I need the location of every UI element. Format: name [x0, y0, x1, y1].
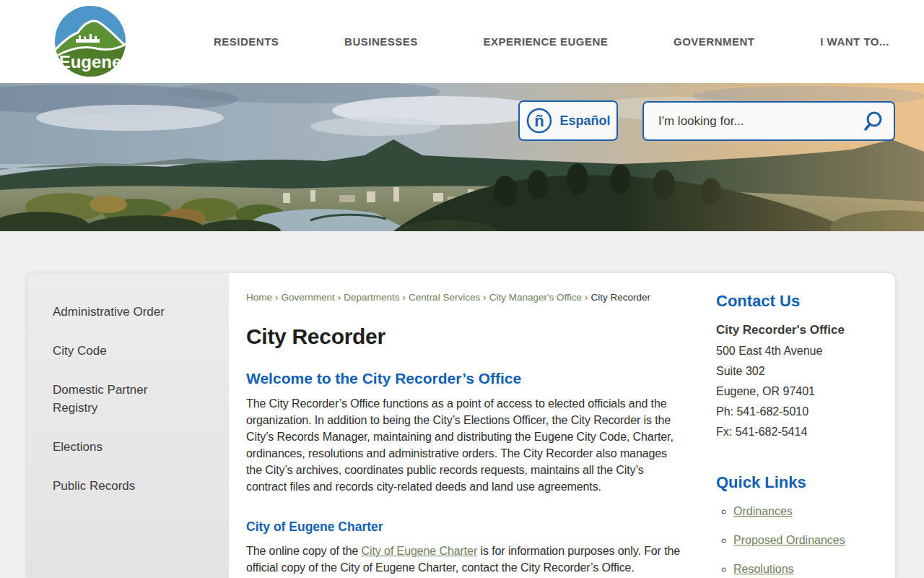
left-sidebar: Administrative Order City Code Domestic …: [27, 273, 229, 578]
search-submit-button[interactable]: [860, 109, 885, 134]
main-content: Home›Government›Departments›Central Serv…: [229, 273, 895, 578]
espanol-button[interactable]: ñ Español: [518, 100, 618, 141]
breadcrumb-link-home[interactable]: Home: [246, 292, 272, 303]
nav-item-experience-eugene[interactable]: EXPERIENCE EUGENE: [484, 35, 609, 48]
breadcrumb-separator: ›: [483, 292, 487, 303]
quick-links-heading: Quick Links: [716, 473, 895, 492]
quick-link-proposed-ordinances[interactable]: Proposed Ordinances: [733, 534, 845, 546]
page-title: City Recorder: [246, 324, 682, 349]
quick-link-ordinances[interactable]: Ordinances: [733, 505, 793, 517]
sidebar-item-elections[interactable]: Elections: [53, 438, 186, 456]
contact-phone: Ph: 541-682-5010: [716, 405, 895, 418]
contact-address-line3: Eugene, OR 97401: [716, 385, 895, 398]
charter-text-before: The online copy of the: [246, 545, 362, 557]
eugene-logo[interactable]: Eugene: [54, 5, 126, 77]
list-item: Resolutions: [733, 563, 895, 576]
contact-us-heading: Contact Us: [716, 292, 895, 311]
content-card: Administrative Order City Code Domestic …: [27, 273, 895, 578]
welcome-heading: Welcome to the City Recorder’s Office: [246, 370, 682, 387]
charter-link[interactable]: City of Eugene Charter: [362, 545, 478, 557]
espanol-label: Español: [559, 113, 610, 129]
breadcrumb-current: City Recorder: [591, 292, 651, 303]
charter-heading: City of Eugene Charter: [246, 519, 682, 535]
nav-item-government[interactable]: GOVERNMENT: [674, 35, 755, 48]
breadcrumb-link-central-services[interactable]: Central Services: [409, 292, 480, 303]
search-input[interactable]: [657, 113, 860, 129]
eugene-logo-icon: Eugene: [54, 5, 126, 77]
breadcrumb-separator: ›: [403, 292, 406, 303]
contact-office-name: City Recorder's Office: [716, 323, 895, 337]
sidebar-item-administrative-order[interactable]: Administrative Order: [53, 303, 186, 321]
welcome-paragraph: The City Recorder’s Office functions as …: [246, 395, 682, 495]
breadcrumb-separator: ›: [585, 292, 588, 303]
list-item: Proposed Ordinances: [733, 534, 895, 547]
hero-banner: ñ Español: [0, 83, 924, 231]
breadcrumb-separator: ›: [275, 292, 279, 303]
nav-item-residents[interactable]: RESIDENTS: [214, 35, 279, 48]
right-column: Contact Us City Recorder's Office 500 Ea…: [716, 292, 895, 578]
charter-paragraph: The online copy of the City of Eugene Ch…: [246, 543, 682, 576]
svg-text:Eugene: Eugene: [59, 52, 122, 72]
breadcrumb-link-government[interactable]: Government: [282, 292, 335, 303]
quick-links-list: Ordinances Proposed Ordinances Resolutio…: [716, 505, 895, 576]
contact-address-line2: Suite 302: [716, 365, 895, 378]
sidebar-item-city-code[interactable]: City Code: [53, 342, 186, 360]
article-column: Home›Government›Departments›Central Serv…: [246, 292, 682, 578]
nav-item-i-want-to[interactable]: I WANT TO...: [820, 35, 889, 48]
contact-fax: Fx: 541-682-5414: [716, 426, 895, 439]
breadcrumb-separator: ›: [338, 292, 341, 303]
top-navigation-bar: Eugene RESIDENTS BUSINESSES EXPERIENCE E…: [0, 0, 924, 83]
sidebar-item-public-records[interactable]: Public Records: [53, 477, 186, 495]
breadcrumb-link-departments[interactable]: Departments: [344, 292, 399, 303]
list-item: Ordinances: [733, 505, 895, 518]
svg-text:ñ: ñ: [535, 112, 544, 130]
contact-address-line1: 500 East 4th Avenue: [716, 345, 895, 358]
nav-item-businesses[interactable]: BUSINESSES: [344, 35, 418, 48]
main-navigation: RESIDENTS BUSINESSES EXPERIENCE EUGENE G…: [214, 0, 889, 83]
site-search: [642, 101, 895, 141]
n-tilde-circle-icon: ñ: [526, 107, 553, 134]
breadcrumb-link-city-managers-office[interactable]: City Manager's Office: [489, 292, 582, 303]
magnifier-icon: [860, 109, 885, 134]
sidebar-item-domestic-partner-registry[interactable]: Domestic Partner Registry: [53, 381, 186, 417]
breadcrumb: Home›Government›Departments›Central Serv…: [246, 292, 682, 303]
quick-link-resolutions[interactable]: Resolutions: [733, 563, 794, 575]
